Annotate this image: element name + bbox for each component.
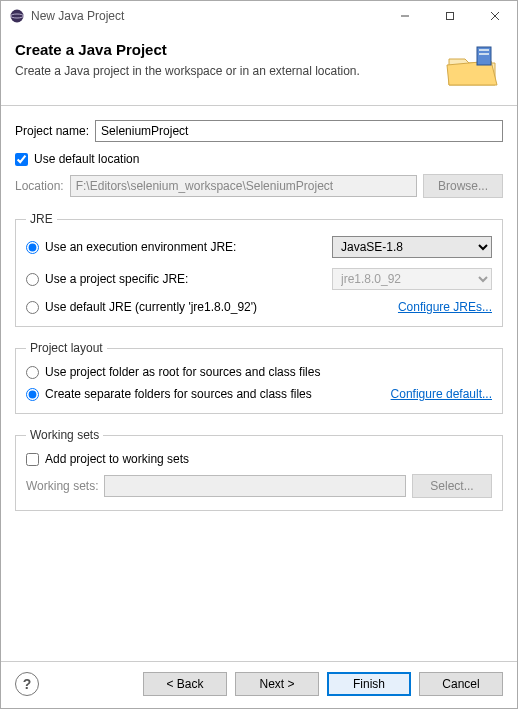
jre-env-label: Use an execution environment JRE:	[45, 240, 326, 254]
wizard-header: Create a Java Project Create a Java proj…	[1, 31, 517, 106]
add-working-sets-checkbox[interactable]	[26, 453, 39, 466]
page-subtitle: Create a Java project in the workspace o…	[15, 64, 433, 78]
folder-java-icon	[443, 41, 503, 89]
svg-rect-10	[479, 53, 489, 55]
eclipse-icon	[9, 8, 25, 24]
help-button[interactable]: ?	[15, 672, 39, 696]
jre-group: JRE Use an execution environment JRE: Ja…	[15, 212, 503, 327]
use-default-location-checkbox[interactable]	[15, 153, 28, 166]
working-sets-combo	[104, 475, 406, 497]
jre-env-select[interactable]: JavaSE-1.8	[332, 236, 492, 258]
add-working-sets-label: Add project to working sets	[45, 452, 189, 466]
finish-button[interactable]: Finish	[327, 672, 411, 696]
cancel-button[interactable]: Cancel	[419, 672, 503, 696]
layout-root-label: Use project folder as root for sources a…	[45, 365, 320, 379]
svg-point-0	[11, 10, 24, 23]
minimize-button[interactable]	[382, 1, 427, 31]
layout-root-radio[interactable]	[26, 366, 39, 379]
jre-env-radio[interactable]	[26, 241, 39, 254]
jre-specific-label: Use a project specific JRE:	[45, 272, 326, 286]
project-layout-group: Project layout Use project folder as roo…	[15, 341, 503, 414]
close-button[interactable]	[472, 1, 517, 31]
layout-separate-label: Create separate folders for sources and …	[45, 387, 312, 401]
configure-default-link[interactable]: Configure default...	[391, 387, 492, 401]
select-working-sets-button: Select...	[412, 474, 492, 498]
wizard-footer: ? < Back Next > Finish Cancel	[1, 661, 517, 708]
svg-rect-9	[479, 49, 489, 51]
location-input	[70, 175, 417, 197]
back-button[interactable]: < Back	[143, 672, 227, 696]
window-title: New Java Project	[31, 9, 382, 23]
svg-rect-3	[446, 13, 453, 20]
maximize-button[interactable]	[427, 1, 472, 31]
jre-legend: JRE	[26, 212, 57, 226]
jre-specific-radio[interactable]	[26, 273, 39, 286]
project-name-input[interactable]	[95, 120, 503, 142]
jre-default-radio[interactable]	[26, 301, 39, 314]
browse-button: Browse...	[423, 174, 503, 198]
working-sets-group: Working sets Add project to working sets…	[15, 428, 503, 511]
location-label: Location:	[15, 179, 64, 193]
titlebar: New Java Project	[1, 1, 517, 31]
jre-default-label: Use default JRE (currently 'jre1.8.0_92'…	[45, 300, 392, 314]
working-sets-legend: Working sets	[26, 428, 103, 442]
page-title: Create a Java Project	[15, 41, 433, 58]
working-sets-label: Working sets:	[26, 479, 98, 493]
jre-specific-select: jre1.8.0_92	[332, 268, 492, 290]
project-layout-legend: Project layout	[26, 341, 107, 355]
project-name-label: Project name:	[15, 124, 89, 138]
use-default-location-label: Use default location	[34, 152, 139, 166]
layout-separate-radio[interactable]	[26, 388, 39, 401]
wizard-content: Project name: Use default location Locat…	[1, 106, 517, 661]
next-button[interactable]: Next >	[235, 672, 319, 696]
configure-jres-link[interactable]: Configure JREs...	[398, 300, 492, 314]
